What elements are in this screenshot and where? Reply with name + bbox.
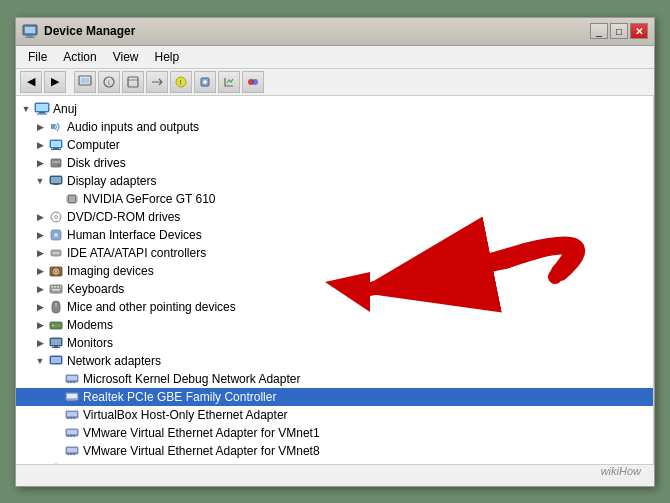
tree-item-anuj[interactable]: ▼ Anuj	[16, 100, 653, 118]
tb-btn-1[interactable]	[74, 71, 96, 93]
menu-action[interactable]: Action	[55, 48, 104, 66]
menu-view[interactable]: View	[105, 48, 147, 66]
svg-rect-63	[54, 346, 58, 347]
tree-label-hid: Human Interface Devices	[67, 228, 202, 242]
svg-rect-86	[67, 435, 69, 437]
svg-rect-25	[51, 149, 61, 150]
svg-rect-54	[60, 286, 61, 288]
expand-audio[interactable]: ▶	[32, 119, 48, 135]
keyboard-icon	[48, 281, 64, 297]
tb-btn-2[interactable]: i	[98, 71, 120, 93]
tree-panel[interactable]: ▼ Anuj ▶	[16, 96, 654, 464]
monitor-icon	[48, 335, 64, 351]
computer-icon	[34, 101, 50, 117]
tb-btn-6[interactable]	[194, 71, 216, 93]
svg-rect-80	[67, 412, 77, 416]
expand-displayadapters[interactable]: ▼	[32, 173, 48, 189]
forward-button[interactable]: ▶	[44, 71, 66, 93]
svg-rect-78	[73, 399, 75, 401]
tree-item-modems[interactable]: ▶ Modems	[16, 316, 653, 334]
expand-ide[interactable]: ▶	[32, 245, 48, 261]
tree-item-keyboards[interactable]: ▶ Keyboards	[16, 280, 653, 298]
tb-btn-5[interactable]: !	[170, 71, 192, 93]
svg-point-59	[55, 324, 57, 326]
tb-btn-8[interactable]	[242, 71, 264, 93]
netcard-5-icon	[64, 443, 80, 459]
expand-anuj[interactable]: ▼	[18, 101, 34, 117]
svg-point-42	[53, 213, 60, 220]
status-bar	[16, 464, 654, 486]
expand-diskdrives[interactable]: ▶	[32, 155, 48, 171]
menu-help[interactable]: Help	[147, 48, 188, 66]
tb-btn-3[interactable]	[122, 71, 144, 93]
back-button[interactable]: ◀	[20, 71, 42, 93]
tree-label-realtek: Realtek PCIe GBE Family Controller	[83, 390, 276, 404]
tree-item-vboxhost[interactable]: VirtualBox Host-Only Ethernet Adapter	[16, 406, 653, 424]
tree-item-ide[interactable]: ▶ IDE ATA/ATAPI controllers	[16, 244, 653, 262]
tree-label-ide: IDE ATA/ATAPI controllers	[67, 246, 206, 260]
tb-btn-7[interactable]	[218, 71, 240, 93]
tree-item-displayadapters[interactable]: ▼ Display adapters	[16, 172, 653, 190]
svg-rect-85	[67, 430, 77, 434]
tree-item-mice[interactable]: ▶ Mice and other pointing devices	[16, 298, 653, 316]
svg-rect-53	[57, 286, 59, 288]
close-button[interactable]: ✕	[630, 23, 648, 39]
expand-network[interactable]: ▼	[32, 353, 48, 369]
svg-rect-83	[73, 417, 75, 419]
expand-modems[interactable]: ▶	[32, 317, 48, 333]
modem-icon	[48, 317, 64, 333]
expand-imaging[interactable]: ▶	[32, 263, 48, 279]
device-manager-window: Device Manager _ □ ✕ File Action View He…	[15, 17, 655, 487]
tree-item-computer[interactable]: ▶ Computer	[16, 136, 653, 154]
expand-mice[interactable]: ▶	[32, 299, 48, 315]
expand-keyboards[interactable]: ▶	[32, 281, 48, 297]
maximize-button[interactable]: □	[610, 23, 628, 39]
svg-rect-77	[70, 399, 72, 401]
tree-item-mskdebug[interactable]: Microsoft Kernel Debug Network Adapter	[16, 370, 653, 388]
tree-label-vmwarenet1: VMware Virtual Ethernet Adapter for VMne…	[83, 426, 320, 440]
chip-icon	[64, 191, 80, 207]
expand-hid[interactable]: ▶	[32, 227, 48, 243]
tree-item-hid[interactable]: ▶ Human Interface Devices	[16, 226, 653, 244]
tree-item-audio[interactable]: ▶ Audio inputs and outputs	[16, 118, 653, 136]
expand-dvdrom[interactable]: ▶	[32, 209, 48, 225]
tree-label-keyboards: Keyboards	[67, 282, 124, 296]
tree-item-dvdrom[interactable]: ▶ DVD/CD-ROM drives	[16, 208, 653, 226]
menu-file[interactable]: File	[20, 48, 55, 66]
tb-btn-4[interactable]	[146, 71, 168, 93]
tree-label-mice: Mice and other pointing devices	[67, 300, 236, 314]
tree-label-modems: Modems	[67, 318, 113, 332]
svg-point-28	[58, 164, 60, 166]
tree-item-diskdrives[interactable]: ▶ Disk drives	[16, 154, 653, 172]
svg-rect-91	[67, 453, 69, 455]
tree-item-vmwarenet1[interactable]: VMware Virtual Ethernet Adapter for VMne…	[16, 424, 653, 442]
tree-label-computer: Computer	[67, 138, 120, 152]
minimize-button[interactable]: _	[590, 23, 608, 39]
expand-monitors[interactable]: ▶	[32, 335, 48, 351]
tree-item-imaging[interactable]: ▶ Imaging devices	[16, 262, 653, 280]
expand-computer[interactable]: ▶	[32, 137, 48, 153]
expand-vmwarenet8	[48, 443, 64, 459]
svg-rect-75	[67, 394, 77, 398]
title-controls: _ □ ✕	[590, 23, 648, 39]
svg-rect-30	[51, 177, 61, 183]
imaging-icon	[48, 263, 64, 279]
svg-rect-52	[54, 286, 56, 288]
tree-item-vmwarenet8[interactable]: VMware Virtual Ethernet Adapter for VMne…	[16, 442, 653, 460]
tree-item-network[interactable]: ▼ Network adapters	[16, 352, 653, 370]
netcard-4-icon	[64, 425, 80, 441]
tree-item-monitors[interactable]: ▶ Monitors	[16, 334, 653, 352]
expand-vboxhost	[48, 407, 64, 423]
tree-label-mskdebug: Microsoft Kernel Debug Network Adapter	[83, 372, 300, 386]
svg-rect-66	[51, 357, 61, 363]
network-icon	[48, 353, 64, 369]
tree-label-imaging: Imaging devices	[67, 264, 154, 278]
svg-rect-73	[73, 381, 75, 383]
svg-rect-92	[70, 453, 72, 455]
svg-rect-82	[70, 417, 72, 419]
tree-item-realtek[interactable]: Realtek PCIe GBE Family Controller	[16, 388, 653, 406]
mouse-icon	[48, 299, 64, 315]
svg-rect-76	[67, 399, 69, 401]
tree-item-nvidia[interactable]: NVIDIA GeForce GT 610	[16, 190, 653, 208]
title-bar-left: Device Manager	[22, 23, 135, 39]
